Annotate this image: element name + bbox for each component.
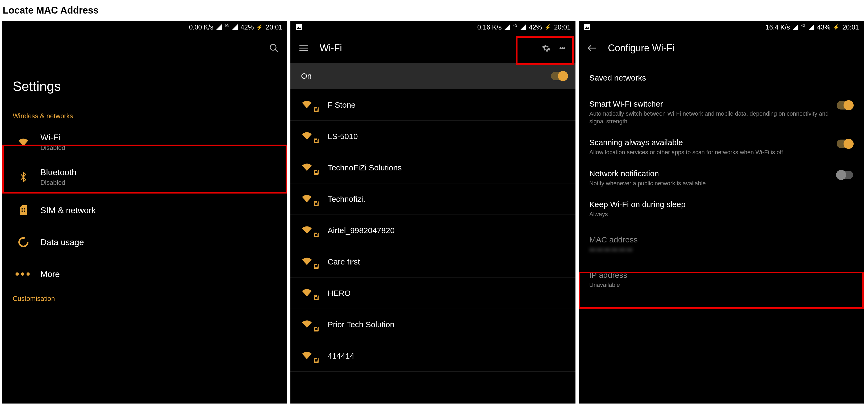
signal-icon-2 bbox=[808, 24, 814, 30]
signal-icon bbox=[793, 24, 798, 30]
wifi-signal-icon bbox=[301, 225, 317, 236]
wifi-signal-icon bbox=[301, 100, 317, 110]
ip-address-value: Unavailable bbox=[589, 281, 853, 289]
image-icon bbox=[295, 23, 303, 32]
status-bar: 0.00 K/s 4G 42% ⚡ 20:01 bbox=[2, 21, 287, 33]
lock-icon bbox=[314, 358, 318, 363]
settings-title: Settings bbox=[2, 63, 287, 107]
lock-icon bbox=[314, 107, 318, 112]
signal-icon bbox=[504, 24, 510, 30]
network-row[interactable]: HERO bbox=[290, 278, 576, 309]
lock-icon bbox=[314, 201, 318, 206]
smart-wifi-toggle[interactable] bbox=[837, 101, 853, 109]
lock-icon bbox=[314, 295, 318, 300]
bluetooth-status: Disabled bbox=[40, 179, 277, 186]
wifi-signal-icon bbox=[301, 257, 317, 267]
status-bar: 16.4 K/s 4G 43% ⚡ 20:01 bbox=[579, 21, 864, 33]
network-row[interactable]: Prior Tech Solution bbox=[290, 309, 576, 340]
keep-wifi-value: Always bbox=[589, 211, 853, 218]
lock-icon bbox=[314, 233, 318, 237]
network-name: Prior Tech Solution bbox=[328, 320, 394, 329]
network-name: TechnoFiZi Solutions bbox=[328, 163, 402, 172]
scanning-desc: Allow location services or other apps to… bbox=[589, 149, 831, 156]
battery-percent: 42% bbox=[240, 23, 254, 31]
network-notification-toggle[interactable] bbox=[837, 171, 853, 179]
scanning-toggle[interactable] bbox=[837, 139, 853, 148]
data-usage-icon bbox=[18, 236, 29, 248]
ip-address-row: IP address Unavailable bbox=[579, 260, 864, 295]
saved-networks-label: Saved networks bbox=[589, 73, 853, 83]
mac-address-value: xx:xx:xx:xx:xx:xx bbox=[589, 246, 853, 254]
wifi-signal-icon bbox=[301, 319, 317, 330]
network-name: LS-5010 bbox=[328, 132, 358, 141]
wifi-toggle[interactable] bbox=[551, 72, 567, 80]
network-row[interactable]: TechnoFiZi Solutions bbox=[290, 152, 576, 184]
more-label: More bbox=[40, 269, 277, 279]
battery-percent: 43% bbox=[817, 23, 830, 31]
screen-title: Wi-Fi bbox=[320, 42, 342, 54]
overflow-icon[interactable] bbox=[557, 43, 567, 54]
svg-line-2 bbox=[275, 50, 278, 52]
status-bar: 0.16 K/s 4G 42% ⚡ 20:01 bbox=[290, 21, 576, 33]
svg-point-7 bbox=[19, 238, 28, 247]
network-type: 4G bbox=[513, 24, 518, 31]
clock: 20:01 bbox=[554, 23, 571, 31]
wifi-toggle-label: On bbox=[301, 71, 312, 80]
network-row[interactable]: Care first bbox=[290, 246, 576, 278]
app-bar: Configure Wi-Fi bbox=[579, 33, 864, 63]
svg-text:4G: 4G bbox=[513, 24, 517, 28]
clock: 20:01 bbox=[266, 23, 282, 31]
gear-icon[interactable] bbox=[541, 43, 552, 54]
keep-wifi-row[interactable]: Keep Wi-Fi on during sleep Always bbox=[579, 194, 864, 225]
data-usage-row[interactable]: Data usage bbox=[2, 226, 287, 258]
network-row[interactable]: 414414 bbox=[290, 340, 576, 371]
image-icon bbox=[584, 23, 591, 32]
network-name: Technofizi. bbox=[328, 195, 365, 204]
configure-wifi-screen: 16.4 K/s 4G 43% ⚡ 20:01 Configure Wi-Fi … bbox=[579, 21, 864, 403]
svg-text:4G: 4G bbox=[224, 24, 229, 28]
lock-icon bbox=[314, 138, 318, 143]
network-notification-row[interactable]: Network notification Notify whenever a p… bbox=[579, 163, 864, 194]
keep-wifi-title: Keep Wi-Fi on during sleep bbox=[589, 200, 853, 209]
wifi-toggle-row[interactable]: On bbox=[290, 63, 576, 89]
svg-rect-8 bbox=[296, 24, 302, 30]
settings-screen: 0.00 K/s 4G 42% ⚡ 20:01 Settings Wireles… bbox=[2, 21, 287, 403]
svg-point-1 bbox=[270, 44, 276, 50]
more-row[interactable]: ••• More bbox=[2, 258, 287, 290]
app-bar: Wi-Fi bbox=[290, 33, 576, 63]
bluetooth-row[interactable]: Bluetooth Disabled bbox=[2, 160, 287, 194]
sim-icon bbox=[19, 205, 28, 216]
bluetooth-icon bbox=[20, 171, 27, 183]
hamburger-icon[interactable] bbox=[299, 43, 309, 54]
lock-icon bbox=[314, 264, 318, 269]
saved-networks-row[interactable]: Saved networks bbox=[579, 63, 864, 93]
sim-label: SIM & network bbox=[40, 205, 277, 215]
lock-icon bbox=[314, 170, 318, 175]
wifi-row[interactable]: Wi-Fi Disabled bbox=[2, 125, 287, 160]
svg-rect-3 bbox=[22, 208, 23, 209]
network-name: 414414 bbox=[328, 351, 354, 360]
more-icon: ••• bbox=[15, 268, 32, 281]
network-row[interactable]: LS-5010 bbox=[290, 121, 576, 152]
smart-wifi-desc: Automatically switch between Wi-Fi netwo… bbox=[589, 110, 831, 125]
sim-row[interactable]: SIM & network bbox=[2, 194, 287, 226]
wifi-label: Wi-Fi bbox=[40, 133, 277, 142]
network-row[interactable]: F Stone bbox=[290, 89, 576, 121]
network-notification-title: Network notification bbox=[589, 169, 831, 178]
charging-icon: ⚡ bbox=[545, 24, 551, 30]
network-name: Airtel_9982047820 bbox=[328, 226, 395, 235]
network-row[interactable]: Airtel_9982047820 bbox=[290, 215, 576, 246]
ip-address-title: IP address bbox=[589, 270, 853, 280]
back-icon[interactable] bbox=[587, 43, 597, 54]
wifi-signal-icon bbox=[301, 351, 317, 361]
wifi-signal-icon bbox=[301, 288, 317, 298]
mac-address-row: MAC address xx:xx:xx:xx:xx:xx bbox=[579, 225, 864, 260]
network-speed: 16.4 K/s bbox=[766, 23, 790, 31]
network-row[interactable]: Technofizi. bbox=[290, 184, 576, 215]
lock-icon bbox=[314, 327, 318, 331]
svg-rect-4 bbox=[24, 208, 25, 209]
search-icon[interactable] bbox=[269, 43, 279, 54]
scanning-row[interactable]: Scanning always available Allow location… bbox=[579, 132, 864, 163]
smart-wifi-title: Smart Wi-Fi switcher bbox=[589, 99, 831, 108]
smart-wifi-switcher-row[interactable]: Smart Wi-Fi switcher Automatically switc… bbox=[579, 93, 864, 132]
